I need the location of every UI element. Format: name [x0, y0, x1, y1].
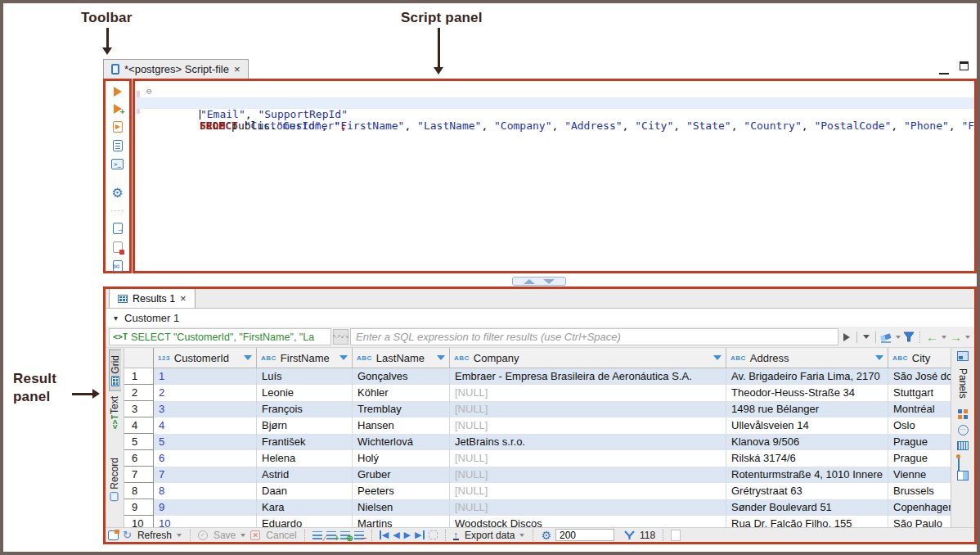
open-file-icon[interactable]: → [111, 223, 124, 234]
table-cell[interactable]: 10 [154, 516, 257, 527]
column-header-city[interactable]: ABCCity [888, 348, 951, 368]
table-cell[interactable]: Woodstock Discos [450, 516, 726, 527]
results-group-row[interactable]: ▾ Customer 1 [106, 309, 974, 327]
fetch-settings-gear-icon[interactable]: ⚙ [541, 530, 551, 541]
row-number[interactable]: 5 [124, 434, 154, 450]
table-cell[interactable]: Brussels [888, 483, 951, 499]
table-cell[interactable]: Embraer - Empresa Brasileira de Aeronáut… [450, 368, 726, 385]
row-number[interactable]: 4 [124, 417, 154, 434]
table-row[interactable]: 66HelenaHolý[NULL]Rilská 3174/6Prague [124, 450, 951, 467]
sql-console-icon[interactable]: >_ [111, 159, 124, 169]
table-cell[interactable]: Kara [257, 499, 353, 516]
panel-splitter[interactable] [512, 277, 566, 286]
table-cell[interactable]: Prague [888, 450, 951, 467]
table-row[interactable]: 88DaanPeeters[NULL]Grétrystraat 63Brusse… [124, 483, 951, 499]
table-cell[interactable]: Rilská 3174/6 [726, 450, 888, 467]
table-cell[interactable]: Rotenturmstraße 4, 1010 Innere [726, 467, 888, 483]
collapse-caret-icon[interactable]: ▾ [114, 314, 118, 323]
execute-script-icon[interactable] [111, 121, 124, 133]
table-cell[interactable]: Martins [353, 516, 450, 527]
table-row[interactable]: 99KaraNielsen[NULL]Sønder Boulevard 51Co… [124, 499, 951, 516]
table-cell[interactable]: Helena [257, 450, 353, 467]
table-cell[interactable]: 2 [154, 385, 257, 401]
table-cell[interactable]: [NULL] [450, 467, 726, 483]
table-cell[interactable]: Daan [257, 483, 353, 499]
explain-plan-icon[interactable] [111, 140, 124, 151]
erase-filter-icon[interactable] [879, 332, 893, 343]
result-mode-icon[interactable] [108, 530, 119, 540]
export-data-label[interactable]: Export data [465, 530, 515, 541]
filter-sql-segment[interactable]: <>T SELECT "CustomerId", "FirstName", "L… [109, 328, 331, 345]
table-cell[interactable]: São José dos Campos [888, 368, 951, 385]
nav-back-dropdown-icon[interactable] [942, 336, 946, 339]
table-cell[interactable]: François [257, 401, 353, 417]
table-cell[interactable]: Grétrystraat 63 [726, 483, 888, 499]
table-cell[interactable]: Köhler [353, 385, 450, 401]
table-cell[interactable]: 3 [154, 401, 257, 417]
column-filter-dropdown-icon[interactable] [875, 355, 883, 360]
row-number[interactable]: 3 [124, 401, 154, 417]
column-header-company[interactable]: ABCCompany [450, 348, 726, 368]
results-tab-close-icon[interactable]: × [180, 292, 187, 305]
collapse-up-icon[interactable] [524, 279, 535, 284]
cancel-label[interactable]: Cancel [266, 530, 296, 541]
table-cell[interactable]: 1498 rue Bélanger [726, 401, 888, 417]
table-cell[interactable]: Peeters [353, 483, 450, 499]
table-cell[interactable]: 9 [154, 499, 257, 516]
script-parameters-icon[interactable]: (x) [111, 260, 124, 272]
first-row-icon[interactable]: ◀ [380, 530, 389, 539]
tab-record[interactable]: Record [109, 453, 120, 506]
table-cell[interactable]: Luís [257, 368, 353, 385]
references-panel-icon[interactable] [958, 456, 969, 465]
fetch-size-input[interactable] [555, 529, 614, 541]
table-row[interactable]: 11LuísGonçalvesEmbraer - Empresa Brasile… [124, 368, 951, 385]
script-editor-tab[interactable]: *<postgres> Script-file × [103, 59, 249, 79]
column-filter-dropdown-icon[interactable] [244, 355, 252, 360]
tab-close-icon[interactable]: × [234, 63, 241, 75]
table-cell[interactable]: Oslo [888, 417, 951, 434]
table-cell[interactable]: [NULL] [450, 483, 726, 499]
table-cell[interactable]: Stuttgart [888, 385, 951, 401]
last-row-icon[interactable]: ▶ [415, 530, 424, 539]
minimize-icon[interactable] [939, 67, 949, 74]
table-cell[interactable]: [NULL] [450, 417, 726, 434]
table-cell[interactable]: [NULL] [450, 401, 726, 417]
table-cell[interactable]: 1 [154, 368, 257, 385]
nav-forward-dropdown-icon[interactable] [965, 336, 970, 339]
row-number[interactable]: 2 [124, 385, 154, 401]
table-cell[interactable]: 5 [154, 434, 257, 450]
delete-row-icon[interactable]: − [354, 531, 364, 539]
results-tab[interactable]: Results 1 × [109, 289, 196, 308]
filter-history-dropdown-icon[interactable] [863, 335, 870, 339]
table-cell[interactable]: Leonie [257, 385, 353, 401]
execute-statement-icon[interactable] [111, 87, 124, 97]
value-viewer-icon[interactable] [958, 409, 968, 419]
editor-settings-gear-icon[interactable]: ⚙ [111, 187, 124, 199]
table-cell[interactable]: Prague [888, 434, 951, 450]
save-icon[interactable]: ✓ [198, 530, 208, 540]
fold-collapse-icon[interactable]: ⊖ [146, 86, 152, 97]
table-cell[interactable]: Vienne [888, 467, 951, 483]
erase-dropdown-icon[interactable] [896, 336, 901, 339]
row-number[interactable]: 8 [124, 483, 154, 499]
table-cell[interactable]: 7 [154, 467, 257, 483]
apply-filter-play-icon[interactable] [843, 333, 850, 341]
column-header-firstname[interactable]: ABCFirstName [257, 348, 353, 368]
row-number[interactable]: 9 [124, 499, 154, 516]
table-cell[interactable]: Rua Dr. Falcão Filho, 155 [726, 516, 888, 527]
table-cell[interactable]: Klanova 9/506 [726, 434, 888, 450]
table-row[interactable]: 44BjørnHansen[NULL]Ullevålsveien 14Oslo [124, 417, 951, 434]
tab-text[interactable]: <>T Text [107, 391, 122, 431]
save-dropdown-icon[interactable] [241, 534, 245, 537]
table-row[interactable]: 77AstridGruber[NULL]Rotenturmstraße 4, 1… [124, 467, 951, 483]
add-row-icon[interactable]: + [326, 531, 336, 539]
table-cell[interactable]: Nielsen [353, 499, 450, 516]
table-cell[interactable]: Tremblay [353, 401, 450, 417]
save-file-error-icon[interactable] [111, 241, 124, 253]
table-cell[interactable]: Gonçalves [353, 368, 450, 385]
maximize-icon[interactable] [960, 61, 969, 70]
collapse-down-icon[interactable] [543, 279, 555, 284]
table-cell[interactable]: Astrid [257, 467, 353, 483]
table-cell[interactable]: Copenhagen [888, 499, 951, 516]
refresh-dropdown-icon[interactable] [177, 534, 182, 537]
